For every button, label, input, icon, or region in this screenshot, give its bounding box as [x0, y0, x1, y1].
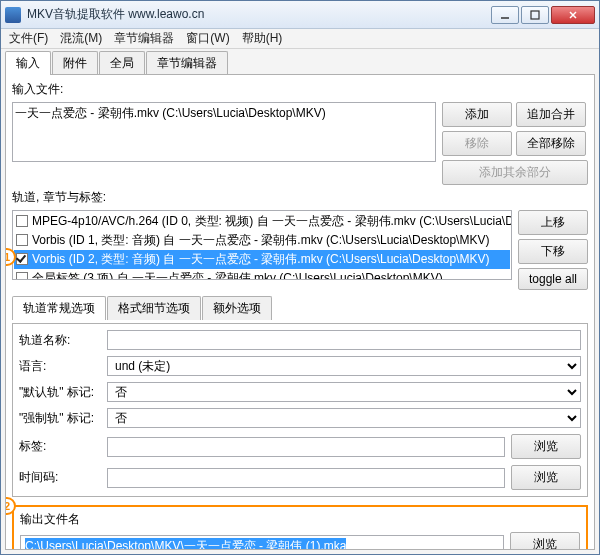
svg-rect-1: [531, 11, 539, 19]
app-icon: [5, 7, 21, 23]
subtab-extra[interactable]: 额外选项: [202, 296, 272, 320]
subtab-general[interactable]: 轨道常规选项: [12, 296, 106, 320]
tags-label: 标签:: [19, 438, 101, 455]
window-title: MKV音轨提取软件 www.leawo.cn: [27, 6, 491, 23]
move-up-button[interactable]: 上移: [518, 210, 588, 235]
menu-help[interactable]: 帮助(H): [242, 30, 283, 47]
timecode-browse-button[interactable]: 浏览: [511, 465, 581, 490]
checkbox-icon[interactable]: [16, 253, 28, 265]
remove-button[interactable]: 移除: [442, 131, 512, 156]
input-file-item[interactable]: 一天一点爱恋 - 梁朝伟.mkv (C:\Users\Lucia\Desktop…: [15, 105, 433, 122]
toggle-all-button[interactable]: toggle all: [518, 268, 588, 290]
track-name-input[interactable]: [107, 330, 581, 350]
input-files-label: 输入文件:: [12, 81, 588, 98]
menubar: 文件(F) 混流(M) 章节编辑器 窗口(W) 帮助(H): [1, 29, 599, 49]
input-files-list[interactable]: 一天一点爱恋 - 梁朝伟.mkv (C:\Users\Lucia\Desktop…: [12, 102, 436, 162]
menu-window[interactable]: 窗口(W): [186, 30, 229, 47]
default-flag-select[interactable]: 否: [107, 382, 581, 402]
language-select[interactable]: und (未定): [107, 356, 581, 376]
tracks-list[interactable]: MPEG-4p10/AVC/h.264 (ID 0, 类型: 视频) 自 一天一…: [12, 210, 512, 280]
forced-flag-select[interactable]: 否: [107, 408, 581, 428]
menu-mux[interactable]: 混流(M): [60, 30, 102, 47]
checkbox-icon[interactable]: [16, 234, 28, 246]
remove-all-button[interactable]: 全部移除: [516, 131, 586, 156]
output-browse-button[interactable]: 浏览: [510, 532, 580, 550]
tags-input[interactable]: [107, 437, 505, 457]
track-item-3[interactable]: 全局标签 (3 项) 自 一天一点爱恋 - 梁朝伟.mkv (C:\Users\…: [14, 269, 510, 280]
checkbox-icon[interactable]: [16, 215, 28, 227]
add-extra-button[interactable]: 添加其余部分: [442, 160, 588, 185]
subtab-format[interactable]: 格式细节选项: [107, 296, 201, 320]
tab-input[interactable]: 输入: [5, 51, 51, 75]
language-label: 语言:: [19, 358, 101, 375]
menu-file[interactable]: 文件(F): [9, 30, 48, 47]
track-options-panel: 轨道名称: 语言:und (未定) "默认轨" 标记:否 "强制轨" 标记:否 …: [12, 323, 588, 497]
checkbox-icon[interactable]: [16, 272, 28, 280]
maximize-button[interactable]: [521, 6, 549, 24]
track-item-1[interactable]: Vorbis (ID 1, 类型: 音频) 自 一天一点爱恋 - 梁朝伟.mkv…: [14, 231, 510, 250]
tracks-label: 轨道, 章节与标签:: [12, 189, 588, 206]
output-path-input[interactable]: C:\Users\Lucia\Desktop\MKV\一天一点爱恋 - 梁朝伟 …: [20, 535, 504, 551]
append-button[interactable]: 追加合并: [516, 102, 586, 127]
output-group: 2 输出文件名 C:\Users\Lucia\Desktop\MKV\一天一点爱…: [12, 505, 588, 550]
track-item-0[interactable]: MPEG-4p10/AVC/h.264 (ID 0, 类型: 视频) 自 一天一…: [14, 212, 510, 231]
timecode-input[interactable]: [107, 468, 505, 488]
track-name-label: 轨道名称:: [19, 332, 101, 349]
titlebar: MKV音轨提取软件 www.leawo.cn: [1, 1, 599, 29]
default-flag-label: "默认轨" 标记:: [19, 384, 101, 401]
minimize-button[interactable]: [491, 6, 519, 24]
close-button[interactable]: [551, 6, 595, 24]
callout-2: 2: [5, 497, 16, 515]
track-item-2[interactable]: Vorbis (ID 2, 类型: 音频) 自 一天一点爱恋 - 梁朝伟.mkv…: [14, 250, 510, 269]
add-button[interactable]: 添加: [442, 102, 512, 127]
forced-flag-label: "强制轨" 标记:: [19, 410, 101, 427]
tab-attachments[interactable]: 附件: [52, 51, 98, 75]
tab-global[interactable]: 全局: [99, 51, 145, 75]
main-tabs: 输入 附件 全局 章节编辑器: [5, 51, 595, 75]
output-label: 输出文件名: [20, 511, 580, 528]
tab-chapters[interactable]: 章节编辑器: [146, 51, 228, 75]
menu-chapter-editor[interactable]: 章节编辑器: [114, 30, 174, 47]
move-down-button[interactable]: 下移: [518, 239, 588, 264]
tags-browse-button[interactable]: 浏览: [511, 434, 581, 459]
timecode-label: 时间码:: [19, 469, 101, 486]
sub-tabs: 轨道常规选项 格式细节选项 额外选项: [12, 296, 588, 320]
app-window: MKV音轨提取软件 www.leawo.cn 文件(F) 混流(M) 章节编辑器…: [0, 0, 600, 555]
input-panel: 输入文件: 一天一点爱恋 - 梁朝伟.mkv (C:\Users\Lucia\D…: [5, 74, 595, 550]
